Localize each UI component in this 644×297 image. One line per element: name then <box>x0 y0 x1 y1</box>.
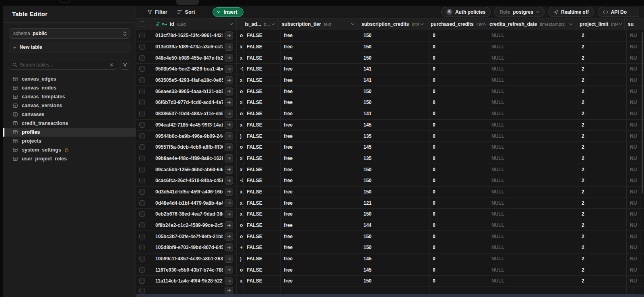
cell-hidden-column[interactable]: -0 <box>237 175 244 186</box>
cell-is-admin[interactable]: FALSE <box>244 52 281 63</box>
cell-truncated[interactable]: NU <box>627 253 640 264</box>
cell-hidden-column[interactable]: x <box>237 52 244 63</box>
sidebar-item-profiles[interactable]: profiles <box>3 128 136 137</box>
new-table-button[interactable]: + New table <box>9 42 130 52</box>
cell-id[interactable]: 10b99c1f-4857-4c39-a8b1-263b8... <box>152 253 237 264</box>
cell-id[interactable]: 06eaee33-8905-4aaa-b121-ab552... <box>152 86 237 97</box>
cell-is-admin[interactable]: FALSE <box>244 164 281 175</box>
search-tables-input[interactable] <box>20 62 109 68</box>
cell-project-limit[interactable]: 2 <box>578 164 627 175</box>
sidebar-item-projects[interactable]: projects <box>3 137 136 145</box>
cell-truncated[interactable]: NU <box>627 75 640 86</box>
row-checkbox[interactable] <box>139 89 145 94</box>
cell-hidden-column[interactable]: x <box>237 120 244 131</box>
cell-purchased-credits[interactable]: 0 <box>429 30 488 41</box>
cell-subscription-credits[interactable]: 141 <box>360 64 429 75</box>
cell-hidden-column[interactable]: o <box>237 108 244 119</box>
cell-hidden-column[interactable]: x <box>237 42 244 52</box>
chevron-down-icon[interactable] <box>420 23 424 25</box>
cell-subscription-tier[interactable]: free <box>281 108 360 119</box>
cell-subscription-tier[interactable]: free <box>281 187 360 197</box>
row-checkbox[interactable] <box>139 111 145 116</box>
expand-row-button[interactable] <box>225 76 233 84</box>
sidebar-item-canvas_versions[interactable]: canvas_versions <box>3 101 136 110</box>
row-checkbox[interactable] <box>139 200 145 206</box>
cell-id[interactable]: 09557f5a-0dcb-4cb9-a6fb-fff366... <box>152 142 237 153</box>
cell-id[interactable]: 048c4e50-b989-455e-847e-fb2f... <box>152 52 237 63</box>
cell-subscription-credits[interactable]: 150 <box>360 30 429 41</box>
cell-purchased-credits[interactable]: 0 <box>429 52 488 63</box>
sidebar-item-credit_transactions[interactable]: credit_transactions <box>3 119 136 128</box>
cell-purchased-credits[interactable]: 0 <box>429 153 488 164</box>
expand-row-button[interactable] <box>225 277 233 285</box>
cell-project-limit[interactable] <box>578 287 627 294</box>
expand-row-button[interactable] <box>225 255 233 263</box>
cell-credits-refresh-date[interactable]: NULL <box>488 64 578 75</box>
cell-project-limit[interactable]: 2 <box>578 253 627 264</box>
row-checkbox[interactable] <box>139 167 145 172</box>
cell-subscription-credits[interactable]: 141 <box>360 75 429 86</box>
cell-subscription-credits[interactable]: 150 <box>360 187 429 197</box>
cell-is-admin[interactable]: FALSE <box>244 187 281 197</box>
column-header-subscription_credits[interactable]: subscription_credits int4 <box>358 19 427 30</box>
cell-credits-refresh-date[interactable]: NULL <box>488 97 578 108</box>
cell-credits-refresh-date[interactable]: NULL <box>488 276 578 287</box>
chevron-down-icon[interactable] <box>229 23 233 25</box>
cell-subscription-credits[interactable]: 121 <box>360 197 429 208</box>
cell-id[interactable]: 06f6b7d3-977d-4cd0-acd4-4a78... <box>152 97 237 108</box>
sidebar-item-canvas_edges[interactable]: canvas_edges <box>3 75 136 83</box>
cell-project-limit[interactable]: 2 <box>578 264 627 275</box>
row-checkbox[interactable] <box>139 133 145 139</box>
cell-subscription-tier[interactable]: free <box>281 131 360 141</box>
row-checkbox[interactable] <box>139 278 145 284</box>
cell-truncated[interactable]: NU <box>627 131 640 141</box>
cell-credits-refresh-date[interactable] <box>488 287 578 294</box>
cell-truncated[interactable]: NU <box>627 242 640 253</box>
cell-credits-refresh-date[interactable]: NULL <box>488 264 578 275</box>
cell-is-admin[interactable]: FALSE <box>244 276 281 287</box>
cell-credits-refresh-date[interactable]: NULL <box>488 108 578 119</box>
expand-row-button[interactable] <box>225 266 233 274</box>
cell-truncated[interactable]: NU <box>627 187 640 197</box>
cell-hidden-column[interactable]: x <box>237 276 244 287</box>
cell-hidden-column[interactable]: x <box>237 97 244 108</box>
cell-truncated[interactable]: NU <box>627 197 640 208</box>
vertical-scrollbar[interactable] <box>642 32 643 193</box>
column-header-credits_refresh_date[interactable]: credits_refresh_date timestamptz <box>486 19 576 30</box>
cell-is-admin[interactable]: FALSE <box>244 264 281 275</box>
expand-row-button[interactable] <box>225 221 233 229</box>
row-checkbox[interactable] <box>139 144 145 150</box>
cell-subscription-credits[interactable]: 150 <box>360 231 429 242</box>
cell-subscription-tier[interactable]: free <box>281 264 360 275</box>
role-selector[interactable]: Role postgres <box>494 7 545 17</box>
cell-hidden-column[interactable]: x <box>237 209 244 220</box>
filter-button[interactable]: Filter <box>143 8 171 17</box>
expand-row-button[interactable] <box>225 143 233 151</box>
cell-subscription-credits[interactable]: 135 <box>360 153 429 164</box>
cell-is-admin[interactable]: FALSE <box>244 97 281 108</box>
cell-credits-refresh-date[interactable]: NULL <box>488 52 578 63</box>
cell-purchased-credits[interactable]: 0 <box>429 242 488 253</box>
cell-is-admin[interactable]: FALSE <box>244 242 281 253</box>
cell-subscription-credits[interactable]: 150 <box>360 209 429 220</box>
cell-hidden-column[interactable]: o <box>237 220 244 231</box>
column-header-subscription_tier[interactable]: subscription_tier text <box>279 19 358 30</box>
cell-project-limit[interactable]: 2 <box>578 276 627 287</box>
cell-purchased-credits[interactable]: 0 <box>429 197 488 208</box>
cell-id[interactable]: 11a114cb-1a4c-49f4-9b28-52219ec... <box>152 276 237 287</box>
expand-row-button[interactable] <box>225 154 233 162</box>
cell-project-limit[interactable]: 2 <box>578 220 627 231</box>
sidebar-item-canvases[interactable]: canvases <box>3 110 136 119</box>
cell-project-limit[interactable]: 2 <box>578 64 627 75</box>
row-checkbox[interactable] <box>139 245 145 250</box>
chevrons-down-icon[interactable] <box>109 63 114 67</box>
cell-subscription-credits[interactable]: 150 <box>360 242 429 253</box>
cell-subscription-tier[interactable]: free <box>281 242 360 253</box>
row-checkbox[interactable] <box>139 33 145 38</box>
cell-project-limit[interactable]: 2 <box>578 42 627 52</box>
cell-is-admin[interactable]: FALSE <box>244 30 281 41</box>
row-checkbox[interactable] <box>139 77 145 83</box>
column-header-id[interactable]: id uuid <box>152 19 237 30</box>
cell-is-admin[interactable]: FALSE <box>244 75 281 86</box>
cell-project-limit[interactable]: 2 <box>578 242 627 253</box>
